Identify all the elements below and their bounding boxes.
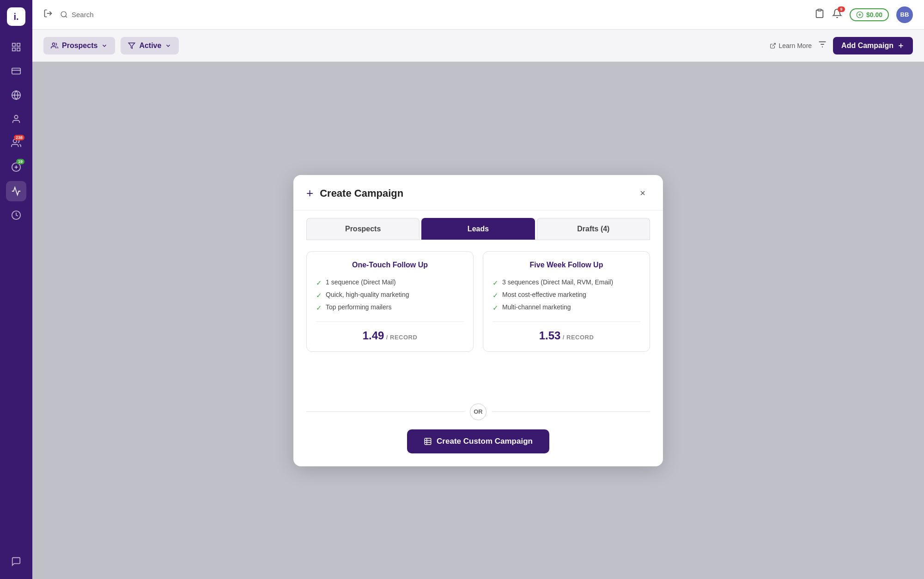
- search-icon: [60, 11, 68, 18]
- or-text: OR: [470, 404, 486, 420]
- one-touch-card[interactable]: One-Touch Follow Up ✓ 1 sequence (Direct…: [306, 251, 474, 352]
- one-touch-title: One-Touch Follow Up: [316, 261, 464, 269]
- subheader: Prospects Active Learn More Add Campaign: [32, 30, 924, 62]
- svg-marker-22: [129, 43, 135, 48]
- check-icon: ✓: [316, 304, 322, 312]
- sidebar-item-global[interactable]: [6, 85, 26, 105]
- active-filter-button[interactable]: Active: [121, 37, 179, 54]
- modal-close-button[interactable]: ×: [635, 186, 650, 201]
- svg-rect-29: [425, 438, 431, 445]
- or-divider: OR: [293, 404, 663, 420]
- svg-line-23: [772, 43, 775, 46]
- feature-item: ✓ Quick, high-quality marketing: [316, 291, 464, 300]
- avatar-initials: BB: [900, 11, 909, 18]
- check-icon: ✓: [492, 304, 498, 312]
- add-campaign-label: Add Campaign: [841, 42, 894, 50]
- sidebar-item-campaigns[interactable]: [6, 181, 26, 201]
- one-touch-features: ✓ 1 sequence (Direct Mail) ✓ Quick, high…: [316, 278, 464, 312]
- notification-bell[interactable]: 9: [832, 8, 842, 21]
- check-icon: ✓: [316, 279, 322, 287]
- custom-campaign-icon: [424, 437, 432, 446]
- balance-display[interactable]: $0.00: [850, 8, 889, 21]
- app-logo[interactable]: i.: [7, 7, 25, 26]
- external-link-icon: [770, 42, 776, 49]
- sidebar-item-messages[interactable]: [6, 551, 26, 572]
- sidebar-item-leads[interactable]: 238: [6, 133, 26, 153]
- svg-rect-17: [818, 9, 821, 11]
- svg-rect-0: [12, 43, 15, 46]
- check-icon: ✓: [316, 291, 322, 300]
- active-chevron-icon: [165, 42, 171, 49]
- modal-overlay[interactable]: + Create Campaign × Prospects Leads D: [32, 62, 924, 579]
- feature-item: ✓ Top performing mailers: [316, 303, 464, 312]
- feature-item: ✓ Most cost-effective marketing: [492, 291, 640, 300]
- clipboard-icon[interactable]: [815, 8, 825, 21]
- sidebar-item-activity[interactable]: [6, 205, 26, 225]
- learn-more-label: Learn More: [779, 42, 812, 49]
- search-bar[interactable]: Search: [60, 11, 94, 18]
- notification-badge: 9: [838, 6, 845, 12]
- modal-spacer: [293, 363, 663, 400]
- feature-text: Quick, high-quality marketing: [326, 291, 409, 298]
- sidebar-item-billing[interactable]: [6, 61, 26, 81]
- logo-text: i.: [13, 12, 18, 22]
- price-value: 1.49: [363, 329, 384, 342]
- svg-rect-2: [12, 48, 15, 51]
- main-area: Search 9 $0.00 BB Prospects Active: [32, 0, 924, 579]
- feature-text: Multi-channel marketing: [502, 303, 571, 311]
- svg-point-8: [14, 115, 18, 119]
- modal-title: Create Campaign: [320, 187, 629, 199]
- or-line-left: [306, 411, 464, 412]
- price-unit: / RECORD: [386, 334, 418, 341]
- tab-leads[interactable]: Leads: [421, 218, 535, 240]
- search-label: Search: [72, 11, 94, 18]
- add-icon: [897, 42, 905, 49]
- content-area: + Create Campaign × Prospects Leads D: [32, 62, 924, 579]
- feature-text: 1 sequence (Direct Mail): [326, 278, 396, 286]
- svg-rect-4: [12, 68, 20, 74]
- prospects-label: Prospects: [62, 42, 97, 50]
- price-unit: / RECORD: [563, 334, 594, 341]
- one-touch-price: 1.49 / RECORD: [316, 321, 464, 342]
- svg-point-21: [52, 43, 55, 45]
- tab-drafts[interactable]: Drafts (4): [537, 218, 650, 240]
- feature-text: 3 sequences (Direct Mail, RVM, Email): [502, 278, 613, 286]
- feature-text: Most cost-effective marketing: [502, 291, 586, 298]
- custom-campaign-label: Create Custom Campaign: [437, 437, 533, 446]
- exit-icon[interactable]: [43, 9, 53, 20]
- create-custom-campaign-button[interactable]: Create Custom Campaign: [407, 429, 549, 453]
- active-label: Active: [139, 42, 161, 50]
- feature-text: Top performing mailers: [326, 303, 391, 311]
- feature-item: ✓ 3 sequences (Direct Mail, RVM, Email): [492, 278, 640, 287]
- svg-rect-1: [17, 43, 20, 46]
- or-line-right: [492, 411, 650, 412]
- learn-more-link[interactable]: Learn More: [770, 42, 812, 49]
- prospects-icon: [51, 42, 58, 49]
- add-campaign-button[interactable]: Add Campaign: [833, 37, 913, 54]
- check-icon: ✓: [492, 291, 498, 300]
- price-value: 1.53: [539, 329, 561, 342]
- five-week-features: ✓ 3 sequences (Direct Mail, RVM, Email) …: [492, 278, 640, 312]
- feature-item: ✓ Multi-channel marketing: [492, 303, 640, 312]
- sidebar: i. 238 19: [0, 0, 32, 579]
- svg-rect-3: [17, 48, 20, 51]
- settings-filter-icon[interactable]: [817, 39, 827, 52]
- sidebar-item-dashboard[interactable]: [6, 37, 26, 57]
- svg-point-15: [61, 12, 66, 17]
- five-week-card[interactable]: Five Week Follow Up ✓ 3 sequences (Direc…: [483, 251, 650, 352]
- topbar: Search 9 $0.00 BB: [32, 0, 924, 30]
- close-icon: ×: [640, 188, 645, 199]
- modal-header: + Create Campaign ×: [293, 175, 663, 211]
- user-avatar[interactable]: BB: [896, 6, 913, 23]
- create-campaign-modal: + Create Campaign × Prospects Leads D: [293, 175, 663, 466]
- sidebar-item-deals[interactable]: 19: [6, 157, 26, 177]
- modal-tabs: Prospects Leads Drafts (4): [293, 211, 663, 240]
- svg-line-16: [66, 16, 67, 18]
- tab-prospects[interactable]: Prospects: [306, 218, 419, 240]
- prospects-chevron-icon: [101, 42, 108, 49]
- deals-badge: 19: [16, 159, 24, 164]
- modal-body: One-Touch Follow Up ✓ 1 sequence (Direct…: [293, 240, 663, 363]
- dollar-icon: [856, 11, 863, 18]
- prospects-filter-button[interactable]: Prospects: [43, 37, 115, 54]
- sidebar-item-contacts[interactable]: [6, 109, 26, 129]
